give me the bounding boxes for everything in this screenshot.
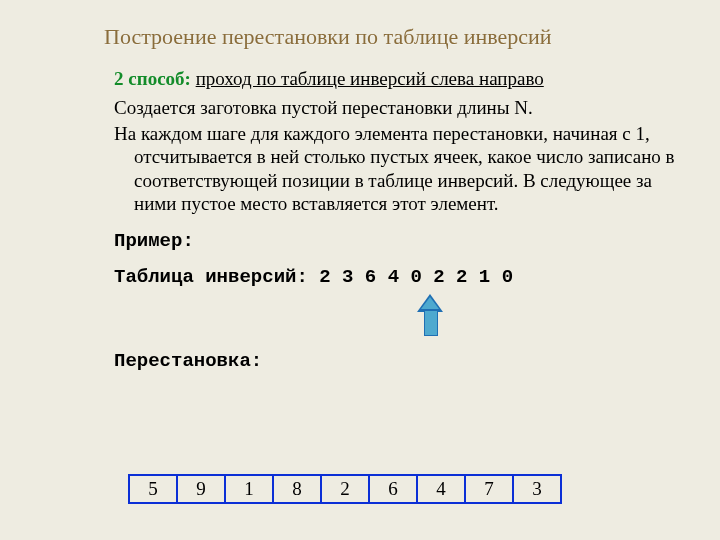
paragraph-1: Создается заготовка пустой перестановки … [114, 96, 676, 120]
perm-cell: 9 [176, 474, 224, 504]
arrow-up-icon [417, 294, 676, 336]
method-line: 2 способ: проход по таблице инверсий сле… [114, 68, 676, 90]
perm-cell: 4 [416, 474, 464, 504]
perm-cell: 7 [464, 474, 512, 504]
perm-cell: 6 [368, 474, 416, 504]
method-label: 2 способ: [114, 68, 191, 89]
perm-cell: 2 [320, 474, 368, 504]
perm-cell: 1 [224, 474, 272, 504]
inversion-line: Таблица инверсий: 2 3 6 4 0 2 2 1 0 [114, 266, 676, 288]
paragraph-2: На каждом шаге для каждого элемента пере… [114, 122, 676, 216]
example-label: Пример: [114, 230, 676, 252]
perm-cell: 8 [272, 474, 320, 504]
perm-cell: 5 [128, 474, 176, 504]
method-text: проход по таблице инверсий слева направо [196, 68, 544, 89]
perm-cell: 3 [512, 474, 562, 504]
permutation-label: Перестановка: [114, 350, 676, 372]
permutation-row: 5 9 1 8 2 6 4 7 3 [128, 474, 562, 504]
page-title: Построение перестановки по таблице инвер… [104, 24, 676, 50]
